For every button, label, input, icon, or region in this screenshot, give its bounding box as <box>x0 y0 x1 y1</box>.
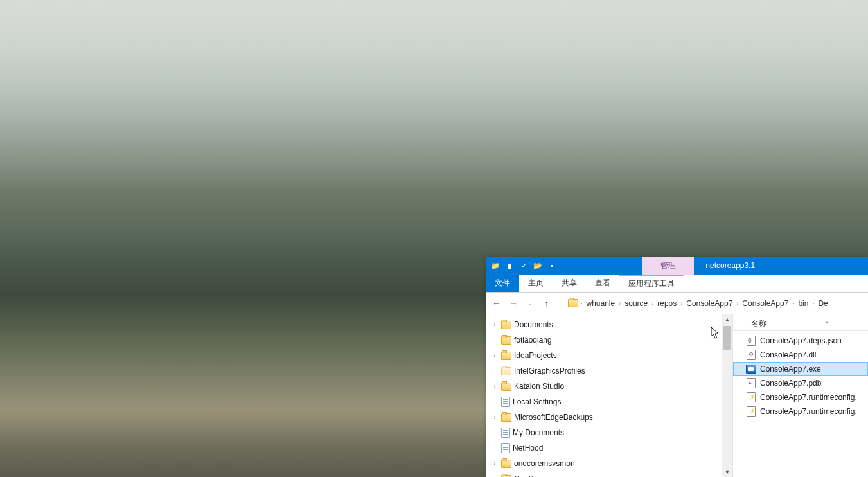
folder-icon: 📁 <box>490 260 501 271</box>
folder-icon <box>501 321 511 329</box>
tree-item-label: Katalon Studio <box>514 382 564 391</box>
navigation-pane: ›Documentsfotiaoqiang›IdeaProjectsIntelG… <box>486 314 733 477</box>
file-item[interactable]: ConsoleApp7.runtimeconfig. <box>733 404 868 419</box>
tree-item-label: NetHood <box>513 444 543 453</box>
folder-icon <box>501 352 511 360</box>
ribbon-tab-home[interactable]: 主页 <box>519 274 553 292</box>
file-list: ConsoleApp7.deps.jsonConsoleApp7.dllCons… <box>733 331 868 419</box>
file-item[interactable]: ConsoleApp7.exe <box>733 362 868 376</box>
breadcrumb-item[interactable]: ConsoleApp7 <box>741 298 790 309</box>
column-header-name[interactable]: 名称 <box>751 318 766 329</box>
breadcrumb-item[interactable]: De <box>817 298 829 309</box>
address-bar: ← → ⌄ ↑ │ › whuanle › source › repos › C… <box>486 292 868 314</box>
folder-icon <box>501 460 511 468</box>
chevron-right-icon[interactable]: › <box>680 300 682 307</box>
tree-item-label: Local Settings <box>513 397 561 406</box>
manage-context-tab[interactable]: 管理 <box>642 256 694 274</box>
scroll-up-icon[interactable]: ▲ <box>722 314 732 325</box>
breadcrumb-item[interactable]: source <box>623 298 649 309</box>
file-name: ConsoleApp7.dll <box>760 350 816 359</box>
chevron-right-icon[interactable]: › <box>581 300 583 307</box>
nav-history-dropdown[interactable]: ⌄ <box>524 298 536 309</box>
breadcrumb-item[interactable]: ConsoleApp7 <box>685 298 734 309</box>
breadcrumb-item[interactable]: repos <box>656 298 678 309</box>
nav-forward-button[interactable]: → <box>508 298 519 309</box>
ribbon-tab-view[interactable]: 查看 <box>586 274 619 292</box>
ribbon-tab-app-tools[interactable]: 应用程序工具 <box>619 274 684 292</box>
file-name: ConsoleApp7.exe <box>760 364 821 374</box>
json-file-icon <box>746 336 756 346</box>
file-item[interactable]: ConsoleApp7.pdb <box>733 376 868 390</box>
tree-item[interactable]: My Documents <box>486 425 732 440</box>
tree-expander-icon[interactable]: › <box>491 383 499 390</box>
folder-icon <box>568 299 578 307</box>
file-list-pane: 名称 ⌃ ConsoleApp7.deps.jsonConsoleApp7.dl… <box>733 314 868 477</box>
ribbon-tabs: 文件 主页 共享 查看 应用程序工具 <box>486 274 868 292</box>
scroll-thumb[interactable] <box>723 326 731 350</box>
chevron-right-icon[interactable]: › <box>651 300 653 307</box>
window-title: netcoreapp3.1 <box>694 256 868 274</box>
breadcrumb-item[interactable]: bin <box>797 298 810 309</box>
quick-access-toolbar: 📁 ▮ ✓ 📂 ▾ <box>486 256 562 274</box>
check-icon[interactable]: ✓ <box>518 260 529 271</box>
tree-item-label: fotiaoqiang <box>514 336 552 345</box>
chevron-right-icon[interactable]: › <box>619 300 621 307</box>
tree-item[interactable]: IntelGraphicsProfiles <box>486 363 732 379</box>
navpane-scrollbar[interactable]: ▲ ▼ <box>722 314 732 477</box>
nav-back-button[interactable]: ← <box>491 298 502 309</box>
file-name: ConsoleApp7.runtimeconfig. <box>760 393 857 402</box>
pdb-file-icon <box>746 378 756 388</box>
tree-item[interactable]: ›OneDrive <box>486 471 732 477</box>
folder-icon <box>501 413 511 422</box>
tree-item[interactable]: ›onecoremsvsmon <box>486 456 732 471</box>
tree-item-label: IntelGraphicsProfiles <box>514 366 585 375</box>
tree-item[interactable]: ›IdeaProjects <box>486 348 732 363</box>
tree-item[interactable]: NetHood <box>486 440 732 456</box>
nav-up-button[interactable]: ↑ <box>541 298 553 309</box>
tree-item-label: OneDrive <box>514 474 547 477</box>
tree-item-label: IdeaProjects <box>514 351 557 360</box>
document-shortcut-icon <box>501 397 510 407</box>
file-item[interactable]: ConsoleApp7.deps.json <box>733 334 868 348</box>
ribbon-tab-share[interactable]: 共享 <box>553 274 586 292</box>
file-list-header[interactable]: 名称 ⌃ <box>733 317 868 331</box>
ribbon-tab-file[interactable]: 文件 <box>486 274 519 292</box>
tree-item[interactable]: fotiaoqiang <box>486 332 732 348</box>
file-explorer-window: 📁 ▮ ✓ 📂 ▾ 管理 netcoreapp3.1 文件 主页 共享 查看 应… <box>486 256 868 477</box>
explorer-body: ›Documentsfotiaoqiang›IdeaProjectsIntelG… <box>486 314 868 477</box>
tree-expander-icon[interactable]: › <box>491 414 499 420</box>
file-name: ConsoleApp7.runtimeconfig. <box>760 407 857 416</box>
exe-file-icon <box>746 364 756 374</box>
chevron-right-icon[interactable]: › <box>792 300 794 307</box>
tree-item[interactable]: ›MicrosoftEdgeBackups <box>486 410 732 425</box>
config-file-icon <box>746 392 756 402</box>
tree-item[interactable]: ›Documents <box>486 317 732 332</box>
tree-item[interactable]: Local Settings <box>486 394 732 410</box>
breadcrumb-item[interactable]: whuanle <box>585 298 617 309</box>
document-shortcut-icon <box>501 428 510 438</box>
quick-access-separator: ▮ <box>504 260 515 271</box>
chevron-right-icon[interactable]: › <box>736 300 738 307</box>
folder-icon <box>501 367 511 375</box>
chevron-right-icon[interactable]: › <box>812 300 814 307</box>
scroll-down-icon[interactable]: ▼ <box>722 467 732 477</box>
file-item[interactable]: ConsoleApp7.runtimeconfig. <box>733 390 868 404</box>
tree-expander-icon[interactable]: › <box>491 321 499 328</box>
dll-file-icon <box>746 350 756 360</box>
tree-item[interactable]: ›Katalon Studio <box>486 379 732 394</box>
file-name: ConsoleApp7.deps.json <box>760 336 842 345</box>
folder-open-icon[interactable]: 📂 <box>532 260 544 271</box>
desktop-wallpaper: 📁 ▮ ✓ 📂 ▾ 管理 netcoreapp3.1 文件 主页 共享 查看 应… <box>0 0 868 477</box>
folder-icon <box>501 475 511 478</box>
qat-dropdown-icon[interactable]: ▾ <box>546 260 558 271</box>
breadcrumb-bar[interactable]: › whuanle › source › repos › ConsoleApp7… <box>568 298 864 309</box>
folder-icon <box>501 336 511 345</box>
config-file-icon <box>746 406 756 417</box>
tree-expander-icon[interactable]: › <box>491 460 499 467</box>
tree-expander-icon[interactable]: › <box>491 352 499 359</box>
titlebar[interactable]: 📁 ▮ ✓ 📂 ▾ 管理 netcoreapp3.1 <box>486 256 868 274</box>
file-item[interactable]: ConsoleApp7.dll <box>733 348 868 362</box>
folder-tree: ›Documentsfotiaoqiang›IdeaProjectsIntelG… <box>486 314 732 477</box>
file-name: ConsoleApp7.pdb <box>760 379 821 388</box>
sort-indicator-icon: ⌃ <box>824 321 829 327</box>
